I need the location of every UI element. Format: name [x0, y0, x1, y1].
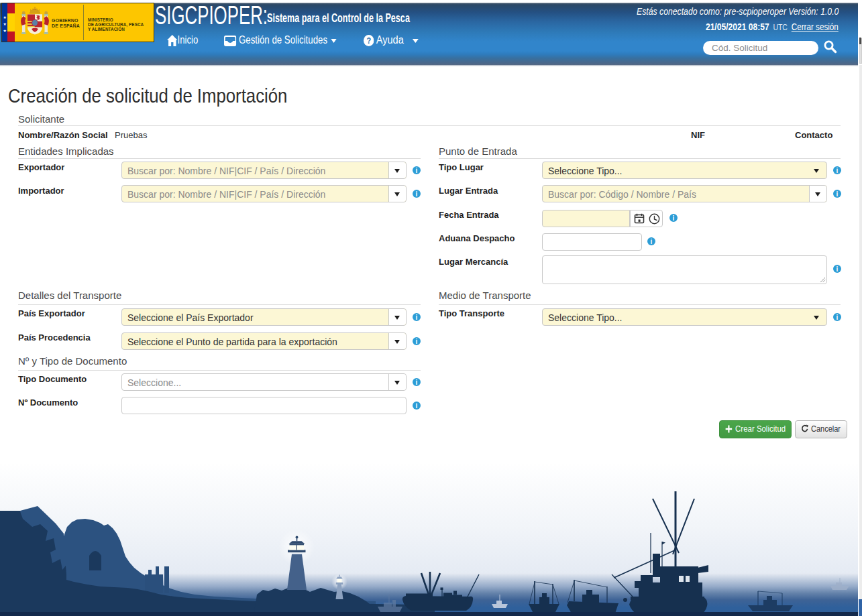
svg-text:?: ?	[366, 37, 371, 46]
